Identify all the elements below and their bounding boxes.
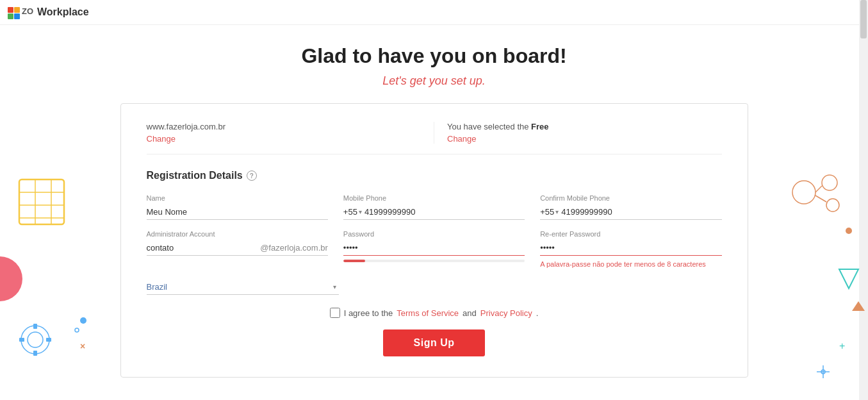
name-input[interactable] xyxy=(147,204,328,220)
terms-checkbox[interactable] xyxy=(330,308,340,318)
domain-col: www.fazerloja.com.br Change xyxy=(147,122,434,144)
password-label: Password xyxy=(343,230,525,238)
confirm-phone-input[interactable] xyxy=(561,204,721,219)
mobile-country-code[interactable]: +55 ▾ xyxy=(343,207,362,219)
privacy-policy-link[interactable]: Privacy Policy xyxy=(480,308,532,318)
form-row-1: Name Mobile Phone +55 ▾ Confirm Mobile P… xyxy=(147,194,722,220)
plan-text: You have selected the Free xyxy=(447,122,722,131)
domain-value: www.fazerloja.com.br xyxy=(147,122,422,131)
domain-change-link[interactable]: Change xyxy=(147,134,422,144)
brand-name: Workplace xyxy=(37,6,89,18)
page-headline: Glad to have you on board! xyxy=(301,44,566,68)
signup-button[interactable]: Sign Up xyxy=(383,329,486,356)
terms-text-before: I agree to the xyxy=(344,308,393,318)
section-title: Registration Details ? xyxy=(147,170,722,181)
password-error: A palavra-passe não pode ter menos de 8 … xyxy=(540,260,721,269)
brand-logo: ZOHO Workplace xyxy=(8,5,89,19)
plan-change-link[interactable]: Change xyxy=(447,134,722,144)
confirm-mobile-label: Confirm Mobile Phone xyxy=(540,194,721,202)
terms-of-service-link[interactable]: Terms of Service xyxy=(397,308,459,318)
mobile-phone-label: Mobile Phone xyxy=(343,194,525,202)
registration-card: www.fazerloja.com.br Change You have sel… xyxy=(120,103,748,378)
reenter-password-group: Re-enter Password A palavra-passe não po… xyxy=(540,230,721,269)
password-strength-bar xyxy=(343,260,525,262)
admin-row: @fazerloja.com.br xyxy=(147,240,328,256)
svg-rect-32 xyxy=(8,13,13,19)
confirm-country-code[interactable]: +55 ▾ xyxy=(540,207,559,219)
admin-domain: @fazerloja.com.br xyxy=(260,243,328,255)
main-content: Glad to have you on board! Let's get you… xyxy=(0,25,868,390)
mobile-phone-input[interactable] xyxy=(364,204,525,219)
country-select[interactable]: Brazil United States Portugal Argentina xyxy=(147,279,339,294)
svg-rect-30 xyxy=(8,7,13,13)
country-wrapper: Brazil United States Portugal Argentina … xyxy=(147,279,339,295)
form-row-2: Administrator Account @fazerloja.com.br … xyxy=(147,230,722,269)
plan-col: You have selected the Free Change xyxy=(434,122,722,144)
terms-text-middle: and xyxy=(463,308,477,318)
svg-text:ZOHO: ZOHO xyxy=(22,6,33,16)
confirm-phone-row: +55 ▾ xyxy=(540,204,721,220)
password-strength-fill xyxy=(343,260,365,262)
country-row: Brazil United States Portugal Argentina … xyxy=(147,279,722,295)
name-label: Name xyxy=(147,194,328,202)
svg-rect-33 xyxy=(14,13,20,19)
password-group: Password xyxy=(343,230,525,269)
password-input[interactable] xyxy=(343,240,525,256)
admin-label: Administrator Account xyxy=(147,230,328,238)
reenter-label: Re-enter Password xyxy=(540,230,721,238)
mobile-phone-row: +55 ▾ xyxy=(343,204,525,220)
info-row: www.fazerloja.com.br Change You have sel… xyxy=(147,122,722,154)
header: ZOHO Workplace xyxy=(0,0,868,25)
reenter-input[interactable] xyxy=(540,240,721,256)
name-group: Name xyxy=(147,194,328,220)
svg-rect-31 xyxy=(14,7,20,13)
terms-row: I agree to the Terms of Service and Priv… xyxy=(147,308,722,318)
signup-btn-wrapper: Sign Up xyxy=(147,329,722,356)
confirm-mobile-group: Confirm Mobile Phone +55 ▾ xyxy=(540,194,721,220)
admin-group: Administrator Account @fazerloja.com.br xyxy=(147,230,328,269)
terms-text-after: . xyxy=(536,308,539,318)
admin-input[interactable] xyxy=(147,240,261,255)
help-icon[interactable]: ? xyxy=(247,171,257,181)
mobile-phone-group: Mobile Phone +55 ▾ xyxy=(343,194,525,220)
page-subheadline: Let's get you set up. xyxy=(382,74,486,88)
